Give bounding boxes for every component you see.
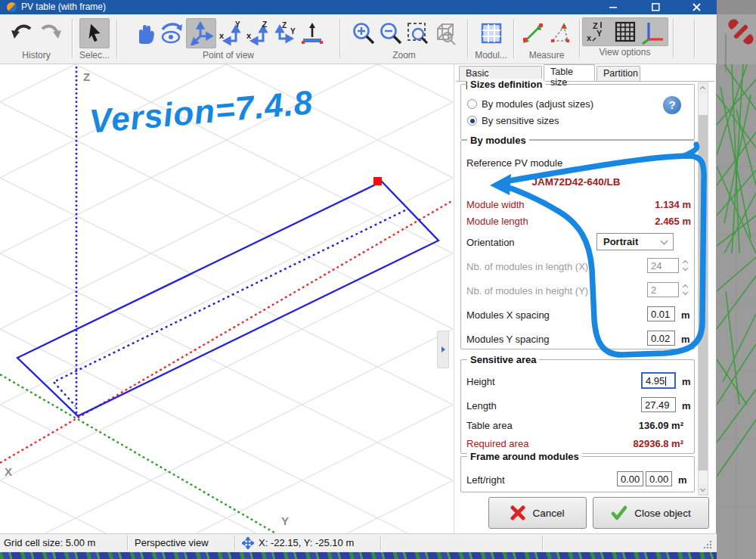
toolbar-label-modules: Modul... bbox=[475, 50, 507, 61]
scene-geometry bbox=[0, 64, 453, 533]
toolbar-section-zoom: Zoom bbox=[342, 17, 466, 61]
modules-y-spacing-field[interactable]: 0.02 bbox=[647, 331, 675, 346]
panel-scrollbar[interactable] bbox=[698, 82, 708, 495]
nb-modules-y-stepper[interactable] bbox=[681, 282, 691, 297]
frame-left-field[interactable]: 0.00 bbox=[617, 471, 643, 486]
maximize-button[interactable] bbox=[643, 0, 668, 14]
reference-pv-module-value: JAM72D42-640/LB bbox=[466, 176, 686, 188]
minimize-button[interactable] bbox=[600, 0, 626, 14]
nb-modules-x-stepper[interactable] bbox=[681, 258, 691, 273]
top-view-icon[interactable] bbox=[299, 20, 325, 46]
nb-modules-y-label: Nb. of modules in height (Y) bbox=[466, 285, 588, 297]
nb-modules-x-label: Nb. of modules in length (X) bbox=[466, 261, 588, 272]
zoom-in-icon[interactable] bbox=[351, 20, 376, 46]
resize-grip[interactable] bbox=[703, 540, 712, 549]
orientation-value: Portrait bbox=[603, 236, 638, 247]
svg-text:x: x bbox=[587, 33, 592, 42]
radio-by-sensitive-sizes-label[interactable]: By sensitive sizes bbox=[482, 115, 559, 126]
orientation-label: Orientation bbox=[466, 237, 515, 248]
toolbar-label-point-of-view: Point of view bbox=[203, 50, 254, 61]
observer-eye-icon[interactable] bbox=[159, 20, 184, 46]
toolbar-divider bbox=[673, 19, 674, 58]
main-toolbar: History Selec... xY xZ bbox=[0, 14, 717, 64]
plane-xy-icon[interactable]: xY bbox=[218, 20, 243, 46]
red-x-icon bbox=[510, 505, 525, 520]
required-area-value: 82936.8 m² bbox=[634, 438, 684, 449]
show-grid-icon[interactable] bbox=[612, 19, 638, 45]
modules-x-spacing-field[interactable]: 0.01 bbox=[647, 306, 675, 321]
table-size-panel: Basic parameters Table size Partition Si… bbox=[454, 64, 717, 533]
tab-partition[interactable]: Partition bbox=[596, 66, 640, 81]
scroll-down-button[interactable] bbox=[699, 484, 708, 495]
module-length-value: 2.465 m bbox=[655, 216, 691, 227]
radio-by-modules[interactable] bbox=[467, 99, 477, 109]
modules-y-spacing-unit: m bbox=[681, 334, 690, 345]
cancel-button-label: Cancel bbox=[532, 508, 564, 519]
z-axis-label: Z bbox=[83, 70, 90, 83]
table-area-value: 136.09 m² bbox=[639, 420, 683, 431]
close-button[interactable] bbox=[683, 0, 709, 14]
orientation-select[interactable]: Portrait bbox=[596, 233, 674, 250]
toolbar-section-modules: Modul... bbox=[469, 17, 513, 61]
scrollbar-thumb[interactable] bbox=[699, 115, 708, 470]
selection-handle[interactable] bbox=[373, 177, 382, 185]
toolbar-label-history: History bbox=[22, 50, 50, 61]
view-mode-status: Perspective view bbox=[135, 537, 209, 548]
frame-unit: m bbox=[678, 474, 687, 486]
group-title: Sizes definition bbox=[467, 79, 545, 90]
toolbar-divider bbox=[72, 19, 73, 58]
redo-icon[interactable] bbox=[37, 20, 63, 46]
radio-by-sensitive-sizes[interactable] bbox=[467, 116, 477, 126]
pv-table-outline[interactable] bbox=[17, 182, 438, 416]
modules-x-spacing-unit: m bbox=[681, 309, 690, 321]
measure-angle-icon[interactable] bbox=[547, 20, 573, 46]
scroll-up-button[interactable] bbox=[699, 83, 708, 94]
wrench-icon[interactable] bbox=[728, 19, 754, 45]
status-divider bbox=[380, 536, 381, 551]
labels-xyz-icon[interactable]: ZxY bbox=[585, 19, 611, 45]
select-cursor-icon[interactable] bbox=[79, 18, 110, 48]
grid-cell-size-status: Grid cell size: 5.00 m bbox=[4, 537, 95, 548]
panel-splitter-button[interactable] bbox=[437, 331, 449, 368]
tab-table-size[interactable]: Table size bbox=[544, 64, 595, 81]
length-unit: m bbox=[682, 400, 691, 411]
zoom-out-icon[interactable] bbox=[378, 20, 404, 46]
radio-by-modules-label[interactable]: By modules (adjust sizes) bbox=[482, 98, 593, 110]
toolbar-label-zoom: Zoom bbox=[392, 50, 416, 61]
toolbar-label-measure: Measure bbox=[529, 50, 565, 61]
axes-3d-icon[interactable] bbox=[186, 18, 216, 48]
modules-grid-icon[interactable] bbox=[479, 20, 504, 46]
measure-length-icon[interactable] bbox=[520, 20, 546, 46]
nb-modules-y-field[interactable]: 2 bbox=[647, 282, 679, 297]
green-check-icon bbox=[611, 505, 627, 520]
terrain-mesh bbox=[717, 64, 756, 559]
nb-modules-x-field[interactable]: 24 bbox=[647, 258, 679, 273]
zoom-window-icon[interactable] bbox=[405, 20, 431, 46]
modules-x-spacing-label: Modules X spacing bbox=[466, 309, 550, 321]
plane-zy-icon[interactable]: ZY bbox=[272, 20, 298, 46]
show-axes-icon[interactable] bbox=[640, 19, 665, 45]
module-length-label: Module length bbox=[466, 216, 528, 227]
frame-right-field[interactable]: 0.00 bbox=[646, 471, 672, 486]
plane-xz-icon[interactable]: xZ bbox=[245, 20, 271, 46]
background-app-strip bbox=[717, 0, 756, 559]
left-right-label: Left/right bbox=[466, 474, 505, 486]
undo-icon[interactable] bbox=[10, 20, 36, 46]
pan-hand-icon[interactable] bbox=[132, 20, 157, 46]
toolbar-label-view-options: View options bbox=[600, 47, 651, 57]
close-object-button[interactable]: Close object bbox=[593, 497, 709, 529]
status-divider bbox=[234, 536, 235, 551]
toolbar-section-point-of-view: xY xZ ZY Point of view bbox=[119, 17, 337, 61]
cancel-button[interactable]: Cancel bbox=[488, 497, 587, 529]
toolbar-label-select: Selec... bbox=[79, 50, 110, 61]
background-toolbar bbox=[717, 14, 756, 64]
length-field[interactable]: 27.49 bbox=[641, 397, 676, 412]
status-divider bbox=[542, 536, 543, 551]
zoom-3d-icon[interactable] bbox=[432, 20, 458, 46]
height-field[interactable]: 4.95 bbox=[641, 372, 676, 389]
close-object-button-label: Close object bbox=[634, 508, 690, 519]
x-axis bbox=[0, 200, 453, 463]
help-icon[interactable]: ? bbox=[663, 96, 681, 114]
required-area-label: Required area bbox=[466, 438, 528, 449]
scene-viewport[interactable]: Z X Y Version=7.4.8 bbox=[0, 64, 453, 533]
